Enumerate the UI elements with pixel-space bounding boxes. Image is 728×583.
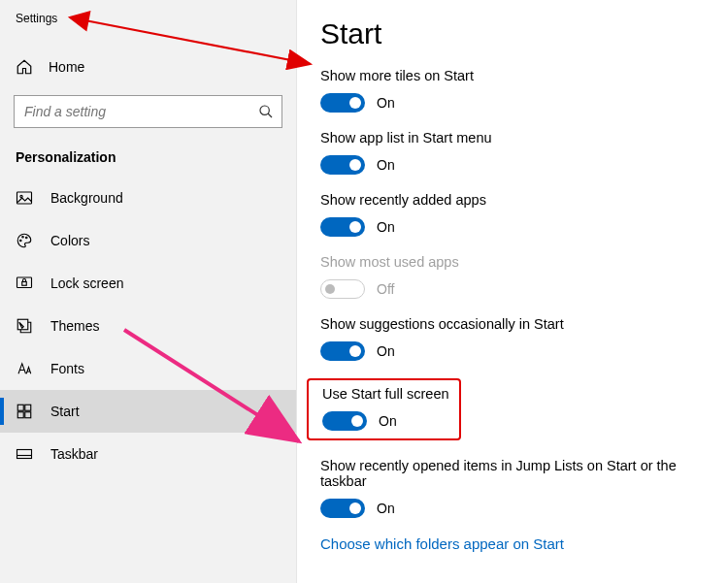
svg-rect-13 [25, 412, 31, 418]
window-title: Settings [0, 12, 296, 49]
sidebar-item-label: Fonts [50, 361, 84, 376]
toggle-state: On [377, 219, 395, 235]
svg-rect-10 [17, 405, 23, 410]
start-icon [16, 403, 33, 420]
setting-label: Show app list in Start menu [320, 130, 705, 146]
toggle-state: On [377, 501, 395, 516]
page-title: Start [320, 17, 705, 50]
setting-jump-lists: Show recently opened items in Jump Lists… [320, 458, 705, 518]
svg-rect-2 [17, 192, 32, 204]
sidebar-item-fonts[interactable]: Fonts [0, 347, 296, 390]
sidebar-item-colors[interactable]: Colors [0, 219, 296, 262]
section-header: Personalization [0, 146, 296, 177]
search-icon[interactable] [249, 95, 282, 128]
search-wrap [14, 95, 282, 128]
sidebar-item-lockscreen[interactable]: Lock screen [0, 262, 296, 305]
search-input[interactable] [14, 95, 282, 128]
home-icon [16, 58, 33, 76]
svg-point-6 [26, 237, 28, 239]
toggle-recent-apps[interactable] [320, 217, 365, 237]
toggle-state: On [379, 413, 397, 429]
setting-label: Show recently opened items in Jump Lists… [320, 458, 705, 489]
setting-suggestions: Show suggestions occasionally in Start O… [320, 316, 705, 361]
sidebar-item-label: Start [50, 404, 80, 419]
setting-more-tiles: Show more tiles on Start On [320, 68, 705, 113]
setting-recent-apps: Show recently added apps On [320, 192, 705, 237]
choose-folders-link[interactable]: Choose which folders appear on Start [320, 535, 564, 552]
svg-rect-12 [17, 412, 23, 418]
toggle-state: On [377, 343, 395, 359]
home-nav[interactable]: Home [0, 49, 296, 85]
setting-label: Show recently added apps [320, 192, 705, 208]
sidebar: Settings Home Personalization Background… [0, 0, 297, 583]
setting-label: Show suggestions occasionally in Start [320, 316, 705, 332]
sidebar-item-label: Themes [50, 318, 100, 334]
sidebar-item-label: Colors [50, 233, 89, 248]
lock-icon [16, 275, 33, 292]
setting-most-used: Show most used apps Off [320, 254, 705, 299]
svg-point-4 [20, 240, 22, 242]
toggle-fullscreen[interactable] [322, 411, 367, 431]
toggle-state: Off [377, 281, 394, 297]
svg-point-5 [22, 237, 24, 239]
setting-label: Use Start full screen [322, 386, 449, 402]
setting-app-list: Show app list in Start menu On [320, 130, 705, 175]
sidebar-item-label: Taskbar [50, 446, 98, 462]
svg-rect-8 [22, 282, 27, 286]
sidebar-item-start[interactable]: Start [0, 390, 296, 433]
svg-line-1 [268, 113, 272, 117]
toggle-state: On [377, 157, 395, 173]
svg-point-0 [260, 106, 269, 114]
svg-rect-14 [17, 450, 32, 459]
toggle-jump-lists[interactable] [320, 499, 365, 518]
themes-icon [16, 317, 33, 335]
toggle-state: On [377, 95, 395, 111]
font-icon [16, 360, 33, 377]
main-panel: Start Show more tiles on Start On Show a… [297, 0, 728, 583]
sidebar-item-themes[interactable]: Themes [0, 305, 296, 347]
image-icon [16, 189, 33, 207]
toggle-app-list[interactable] [320, 155, 365, 175]
sidebar-item-background[interactable]: Background [0, 177, 296, 219]
nav-list: Background Colors Lock screen Themes Fon… [0, 177, 296, 475]
setting-fullscreen: Use Start full screen On [320, 378, 705, 440]
toggle-most-used [320, 279, 365, 299]
setting-label: Show most used apps [320, 254, 705, 270]
taskbar-icon [16, 445, 33, 463]
toggle-suggestions[interactable] [320, 341, 365, 361]
svg-rect-11 [25, 405, 31, 410]
sidebar-item-label: Background [50, 190, 123, 206]
sidebar-item-taskbar[interactable]: Taskbar [0, 433, 296, 475]
highlight-box: Use Start full screen On [307, 378, 461, 440]
home-label: Home [49, 59, 84, 75]
sidebar-item-label: Lock screen [50, 275, 123, 291]
toggle-more-tiles[interactable] [320, 93, 365, 113]
palette-icon [16, 232, 33, 249]
folders-link-row: Choose which folders appear on Start [320, 535, 705, 552]
setting-label: Show more tiles on Start [320, 68, 705, 83]
